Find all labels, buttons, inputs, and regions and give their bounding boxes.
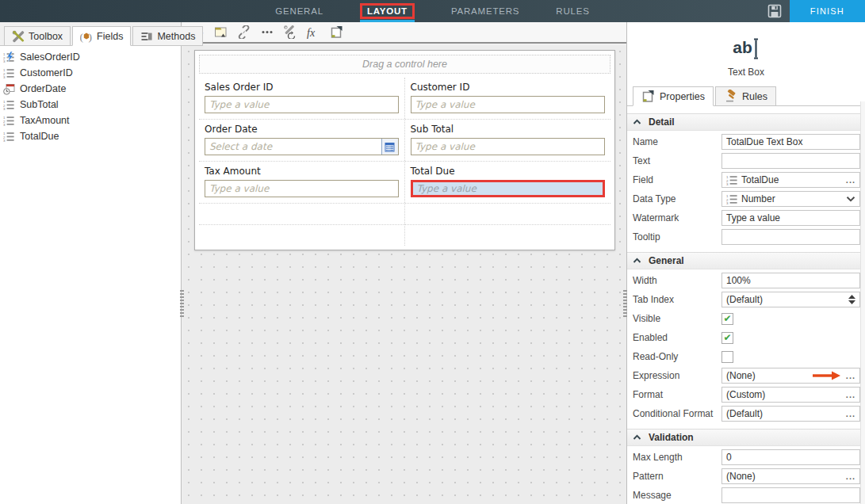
section-header-validation[interactable]: Validation: [627, 429, 865, 446]
sub-total-input[interactable]: [411, 138, 606, 155]
selected-control-header: ab Text Box: [627, 22, 865, 78]
properties-tabs: PropertiesRules: [627, 78, 865, 106]
visible-checkbox[interactable]: ✔: [721, 313, 733, 325]
tooltip-field: [721, 229, 860, 245]
topbar-tab-rules[interactable]: RULES: [556, 6, 589, 16]
chevron-up-icon: [633, 434, 641, 441]
gavel-icon: [724, 90, 737, 103]
field-field: 123TotalDue...: [721, 172, 860, 188]
methods-icon: [140, 30, 153, 43]
chevron-up-icon: [633, 258, 641, 264]
tab-label: Fields: [97, 31, 123, 42]
property-label: Width: [633, 275, 721, 286]
property-row-read-only: Read-Only: [633, 349, 860, 365]
topbar-actions: FINISH: [760, 0, 865, 22]
expression-fx-icon[interactable]: fx: [304, 25, 322, 40]
svg-text:3: 3: [3, 59, 6, 63]
total-due-input[interactable]: [411, 180, 606, 197]
ellipsis-button[interactable]: ...: [846, 176, 855, 184]
field-item-taxamount[interactable]: 123TaxAmount: [3, 113, 181, 128]
sales-order-id-input[interactable]: [205, 96, 399, 113]
tab-label: Methods: [157, 31, 195, 42]
max-length-input[interactable]: [726, 450, 855, 464]
number-field-icon: 123: [3, 67, 15, 79]
ellipsis-button[interactable]: ...: [846, 410, 855, 418]
save-view-icon[interactable]: [212, 25, 230, 40]
message-input[interactable]: [726, 488, 855, 502]
empty-cell[interactable]: [199, 224, 405, 246]
read-only-checkbox[interactable]: [721, 351, 733, 363]
property-value[interactable]: (Custom): [726, 389, 843, 400]
property-label: Tooltip: [633, 231, 721, 242]
property-value[interactable]: (None): [726, 471, 843, 482]
topbar-tab-general[interactable]: GENERAL: [275, 6, 323, 16]
enabled-checkbox[interactable]: ✔: [721, 332, 733, 344]
properties-tab-properties[interactable]: Properties: [633, 86, 714, 106]
property-row-width: Width: [633, 273, 860, 288]
canvas-grid-area[interactable]: Drag a control here Sales Order IDCustom…: [182, 45, 626, 504]
property-value[interactable]: (Default): [726, 408, 843, 419]
property-label: Max Length: [633, 452, 721, 463]
control-sub-total: [411, 138, 606, 155]
control-label: Sales Order ID: [205, 82, 399, 93]
change-control-icon[interactable]: [281, 25, 299, 40]
control-label: Customer ID: [411, 82, 606, 93]
ibeam-cursor-icon: [752, 38, 760, 62]
ellipsis-button[interactable]: ...: [846, 472, 855, 480]
property-value[interactable]: Number: [741, 193, 843, 204]
text-input[interactable]: [726, 154, 855, 168]
order-date-input[interactable]: [205, 138, 399, 155]
property-value[interactable]: TotalDue: [741, 174, 843, 185]
control-label: Order Date: [205, 124, 399, 135]
number-type-icon: 123: [726, 174, 738, 186]
ellipsis-button[interactable]: ...: [846, 372, 855, 380]
date-picker-button[interactable]: [381, 139, 398, 155]
panel-tab-fields[interactable]: ()Fields: [72, 26, 131, 46]
property-value[interactable]: (Default): [726, 294, 845, 305]
date-field-icon: [3, 83, 15, 95]
more-icon[interactable]: [258, 25, 276, 40]
width-input[interactable]: [726, 273, 855, 288]
topbar-tab-parameters[interactable]: PARAMETERS: [451, 6, 519, 16]
left-splitter-handle[interactable]: [180, 290, 184, 317]
autonumber-field-icon: 123: [3, 52, 15, 63]
message-field: [721, 487, 860, 503]
property-label: Expression: [633, 370, 721, 381]
property-value[interactable]: (None): [726, 370, 808, 381]
right-splitter-handle[interactable]: [623, 290, 627, 317]
spinner-buttons[interactable]: [848, 295, 855, 304]
field-name: TaxAmount: [20, 115, 70, 126]
empty-cell[interactable]: [199, 203, 405, 224]
section-header-detail[interactable]: Detail: [627, 113, 865, 131]
panel-tab-methods[interactable]: Methods: [132, 26, 203, 46]
name-input[interactable]: [726, 135, 855, 149]
field-item-salesorderid[interactable]: 123SalesOrderID: [3, 49, 181, 65]
left-panel: Toolbox()FieldsMethods 123SalesOrderID12…: [0, 22, 182, 504]
customer-id-input[interactable]: [411, 96, 606, 113]
drop-target[interactable]: Drag a control here: [199, 55, 610, 74]
topbar-tab-layout[interactable]: LAYOUT: [360, 3, 415, 19]
chevron-down-icon[interactable]: [846, 196, 855, 202]
empty-cell[interactable]: [405, 203, 611, 224]
paste-icon: [641, 90, 655, 103]
empty-cell[interactable]: [405, 224, 611, 246]
panel-scrollbar[interactable]: [860, 101, 865, 504]
watermark-input[interactable]: [726, 211, 855, 225]
panel-tab-toolbox[interactable]: Toolbox: [4, 26, 71, 46]
field-item-subtotal[interactable]: 123SubTotal: [3, 97, 181, 113]
section-header-general[interactable]: General: [627, 252, 865, 269]
field-item-totaldue[interactable]: 123TotalDue: [3, 128, 181, 144]
number-field-icon: 123: [3, 99, 15, 111]
ellipsis-button[interactable]: ...: [846, 391, 855, 399]
properties-tab-rules[interactable]: Rules: [715, 86, 776, 106]
paste-icon[interactable]: [327, 25, 345, 40]
finish-button[interactable]: FINISH: [790, 0, 865, 22]
field-item-orderdate[interactable]: OrderDate: [3, 81, 181, 97]
tooltip-input[interactable]: [726, 230, 855, 244]
tax-amount-input[interactable]: [205, 180, 399, 197]
save-icon[interactable]: [760, 0, 790, 22]
unlink-icon[interactable]: [235, 25, 253, 40]
toolbox-icon: [12, 30, 25, 43]
properties-sections: DetailNameTextField123TotalDue...Data Ty…: [627, 113, 865, 503]
field-item-customerid[interactable]: 123CustomerID: [3, 65, 181, 81]
